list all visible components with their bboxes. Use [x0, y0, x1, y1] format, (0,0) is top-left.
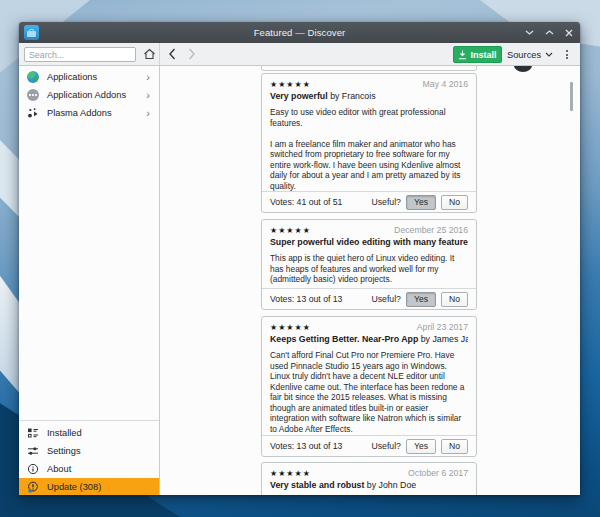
home-icon	[143, 48, 156, 60]
review-card: ★★★★★ April 23 2017 Keeps Getting Better…	[261, 316, 477, 457]
sidebar-item-installed[interactable]: Installed	[19, 424, 159, 442]
update-icon	[27, 481, 39, 493]
window-title: Featured — Discover	[19, 27, 580, 38]
review-date: April 23 2017	[417, 322, 468, 332]
useful-no-button[interactable]: No	[441, 195, 468, 210]
rating-stars: ★★★★★	[270, 323, 311, 332]
review-author: by Francois	[328, 91, 376, 101]
sidebar-item-application-addons[interactable]: Application Addons ›	[19, 86, 159, 104]
review-footer: Votes: 41 out of 51 Useful? Yes No	[262, 191, 476, 212]
plasma-icon	[27, 107, 39, 119]
discover-window: Featured — Discover Install	[19, 22, 580, 495]
rating-stars: ★★★★★	[270, 226, 311, 235]
back-button[interactable]	[165, 45, 179, 63]
sidebar-separator	[19, 420, 159, 421]
titlebar[interactable]: Featured — Discover	[19, 22, 580, 43]
install-button[interactable]: Install	[453, 46, 502, 63]
sidebar-item-update[interactable]: Update (308)	[19, 478, 159, 495]
scroll-top-indicator[interactable]	[514, 66, 532, 72]
review-footer: Votes: 13 out of 13 Useful? Yes No	[262, 288, 476, 309]
toolbar: Install Sources	[19, 43, 580, 66]
useful-yes-button[interactable]: Yes	[406, 195, 436, 210]
review-date: May 4 2016	[423, 79, 468, 89]
votes-text: Votes: 41 out of 51	[270, 197, 342, 207]
sources-label: Sources	[507, 50, 541, 60]
installed-icon	[27, 427, 39, 439]
minimize-icon[interactable]	[525, 29, 534, 36]
votes-text: Votes: 13 out of 13	[270, 294, 342, 304]
votes-text: Votes: 13 out of 13	[270, 441, 342, 451]
chevron-right-icon: ›	[146, 90, 150, 101]
review-body: This app is the quiet hero of Linux vide…	[270, 253, 468, 285]
rating-stars: ★★★★★	[270, 80, 311, 89]
install-label: Install	[470, 50, 496, 60]
useful-label: Useful?	[372, 294, 401, 304]
sidebar-item-plasma-addons[interactable]: Plasma Addons ›	[19, 104, 159, 122]
forward-icon	[188, 48, 196, 60]
review-card: ★★★★★ October 6 2017 Very stable and rob…	[261, 462, 477, 495]
vertical-scrollbar[interactable]	[570, 82, 573, 111]
review-footer: Votes: 13 out of 13 Useful? Yes No	[262, 435, 476, 456]
partial-review-card	[261, 66, 477, 71]
settings-icon	[27, 445, 39, 457]
download-icon	[458, 50, 467, 60]
reviews-list: ★★★★★ May 4 2016 Very powerful by Franco…	[160, 66, 580, 495]
useful-label: Useful?	[372, 197, 401, 207]
sidebar-item-applications[interactable]: Applications ›	[19, 68, 159, 86]
discover-app-icon-bag	[27, 31, 36, 37]
review-title: Super powerful video editing with many f…	[270, 237, 468, 248]
review-date: December 25 2016	[394, 225, 468, 235]
useful-no-button[interactable]: No	[441, 292, 468, 307]
back-icon	[168, 48, 176, 60]
maximize-icon[interactable]	[545, 29, 554, 36]
sidebar-item-about[interactable]: About	[19, 460, 159, 478]
discover-app-icon	[24, 25, 39, 40]
home-button[interactable]	[141, 45, 158, 63]
search-input[interactable]	[24, 47, 136, 62]
addons-icon	[27, 89, 39, 101]
forward-button[interactable]	[185, 45, 199, 63]
useful-no-button[interactable]: No	[441, 439, 468, 454]
toolbar-separator	[159, 43, 160, 65]
review-date: October 6 2017	[408, 468, 468, 478]
globe-icon	[27, 71, 39, 83]
sidebar: Applications › Application Addons › Plas…	[19, 66, 160, 495]
about-icon	[27, 463, 39, 475]
chevron-down-icon	[545, 52, 553, 57]
review-body: Can't afford Final Cut Pro nor Premiere …	[270, 350, 468, 434]
useful-yes-button[interactable]: Yes	[406, 292, 436, 307]
sidebar-item-settings[interactable]: Settings	[19, 442, 159, 460]
overflow-menu-icon	[566, 50, 568, 52]
review-card: ★★★★★ December 25 2016 Super powerful vi…	[261, 219, 477, 310]
useful-label: Useful?	[372, 441, 401, 451]
review-author: by James Ja…	[418, 334, 468, 344]
sources-button[interactable]: Sources	[507, 45, 553, 64]
chevron-right-icon: ›	[146, 108, 150, 119]
overflow-menu-button[interactable]	[560, 46, 574, 63]
review-title: Keeps Getting Better. Near-Pro App by Ja…	[270, 334, 468, 345]
review-body: Easy to use video editor with great prof…	[270, 107, 468, 191]
review-title: Very stable and robust by John Doe	[270, 480, 468, 491]
desktop: Featured — Discover Install	[0, 0, 600, 517]
review-card: ★★★★★ May 4 2016 Very powerful by Franco…	[261, 73, 477, 213]
rating-stars: ★★★★★	[270, 469, 311, 478]
chevron-right-icon: ›	[146, 72, 150, 83]
close-icon[interactable]	[565, 29, 573, 37]
review-title: Very powerful by Francois	[270, 91, 468, 102]
useful-yes-button[interactable]: Yes	[406, 439, 436, 454]
review-author: by John Doe	[364, 480, 416, 490]
